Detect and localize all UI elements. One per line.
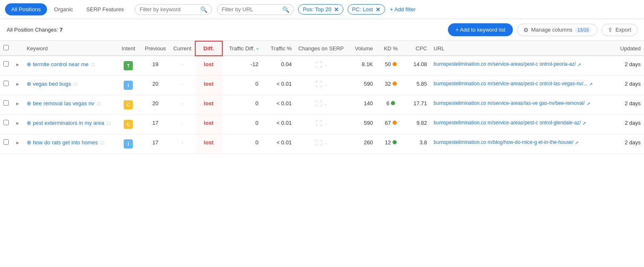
url-link[interactable]: burnspestelimination.co m/service-areas/… [434, 120, 581, 126]
top-bar: All Positions Organic SERP Features 🔍 🔍 … [0, 0, 644, 19]
current-dot: · [182, 81, 184, 87]
keyword-filter-input[interactable] [139, 6, 198, 12]
keyword-link[interactable]: how do rats get into homes [33, 139, 98, 146]
intent-badge: I [124, 139, 133, 148]
row-expand-cell: ► [12, 76, 23, 95]
filter-chip-pc-lost[interactable]: PC: Lost ✕ [348, 4, 385, 15]
diff-lost-label: lost [204, 61, 214, 67]
expand-chevron-icon[interactable]: ► [15, 121, 20, 126]
row-kd-cell: 6 [376, 95, 405, 115]
expand-chevron-icon[interactable]: ► [15, 82, 20, 87]
expand-chevron-icon[interactable]: ► [15, 62, 20, 67]
col-header-changes-serp: Changes on SERP [295, 41, 347, 56]
serp-image-icon: ⛶ [316, 139, 322, 146]
serp-image-icon: ⛶ [316, 61, 322, 68]
add-keyword-icon[interactable]: ⊕ [27, 139, 31, 146]
kd-dot-icon [393, 62, 397, 66]
keyword-link[interactable]: vegas bed bugs [33, 81, 71, 87]
filter-chip-pc-close[interactable]: ✕ [375, 7, 380, 12]
row-volume-cell: 8.1K [347, 56, 376, 76]
filter-chip-pos-label: Pos: Top 20 [303, 6, 331, 12]
row-checkbox-5[interactable] [3, 139, 9, 145]
add-keyword-icon[interactable]: ⊕ [27, 81, 31, 87]
add-to-keyword-list-button[interactable]: + Add to keyword list [448, 23, 513, 36]
export-button[interactable]: ⇪ Export [602, 24, 637, 36]
row-checkbox-1[interactable] [3, 61, 9, 67]
row-previous-cell: 17 [141, 115, 170, 134]
current-dot: · [182, 120, 184, 126]
url-filter-input[interactable] [221, 6, 280, 12]
tab-all-positions[interactable]: All Positions [5, 3, 47, 15]
row-intent-cell: I [116, 134, 141, 154]
external-link-icon[interactable]: ➚ [582, 121, 586, 126]
col-header-cpc: CPC [405, 41, 430, 56]
keyword-link[interactable]: bee removal las vegas nv [33, 100, 94, 106]
tab-organic[interactable]: Organic [48, 3, 80, 15]
url-link[interactable]: burnspestelimination.co m/blog/how-do-mi… [434, 139, 574, 145]
external-link-icon[interactable]: ➚ [575, 140, 579, 146]
row-intent-cell: T [116, 56, 141, 76]
manage-columns-badge: 13/16 [575, 27, 592, 33]
row-traffic-pct-cell: < 0.01 [262, 76, 295, 95]
keyword-link[interactable]: pest exterminators in my area [33, 120, 104, 126]
external-link-icon[interactable]: ➚ [587, 101, 590, 106]
copy-keyword-icon[interactable]: □ [101, 140, 104, 146]
tab-serp-features[interactable]: SERP Features [80, 3, 130, 15]
col-header-traffic-diff[interactable]: Traffic Diff. ▿ [222, 41, 262, 56]
manage-columns-button[interactable]: ⚙ Manage columns 13/16 [517, 24, 598, 36]
filter-chip-pos-close[interactable]: ✕ [334, 7, 339, 12]
add-keyword-icon[interactable]: ⊕ [27, 61, 31, 67]
diff-lost-label: lost [204, 120, 214, 126]
intent-badge: C [124, 100, 133, 109]
select-all-checkbox[interactable] [3, 45, 9, 50]
manage-columns-label: Manage columns [531, 27, 572, 33]
url-link[interactable]: burnspestelimination.co m/service-areas/… [434, 61, 576, 67]
add-keyword-icon[interactable]: ⊕ [27, 100, 31, 106]
row-intent-cell: C [116, 95, 141, 115]
expand-chevron-icon[interactable]: ► [15, 101, 20, 106]
keyword-link[interactable]: termite control near me [33, 61, 89, 67]
col-header-previous: Previous [141, 41, 170, 56]
gear-icon: ⚙ [523, 27, 529, 33]
row-checkbox-2[interactable] [3, 81, 9, 86]
url-search-icon: 🔍 [282, 6, 289, 13]
row-current-cell: · [170, 115, 195, 134]
expand-chevron-icon[interactable]: ► [15, 140, 20, 145]
kd-dot-icon [393, 82, 397, 86]
external-link-icon[interactable]: ➚ [577, 62, 581, 67]
table-header-row: Keyword Intent Previous Current Diff. Tr… [0, 41, 644, 56]
row-kd-cell: 67 [376, 115, 405, 134]
copy-keyword-icon[interactable]: □ [107, 120, 110, 126]
row-checkbox-4[interactable] [3, 120, 9, 125]
table-row: ► ⊕termite control near me □ T 19 · lost… [0, 56, 644, 76]
sub-header-actions: + Add to keyword list ⚙ Manage columns 1… [448, 23, 637, 36]
copy-keyword-icon[interactable]: □ [97, 101, 100, 106]
row-volume-cell: 260 [347, 134, 376, 154]
external-link-icon[interactable]: ➚ [589, 82, 593, 87]
add-filter-label: + Add filter [390, 6, 416, 12]
row-cpc-cell: 9.82 [405, 115, 430, 134]
col-header-traffic-pct: Traffic % [262, 41, 295, 56]
row-kd-cell: 12 [376, 134, 405, 154]
row-checkbox-cell [0, 76, 12, 95]
row-volume-cell: 140 [347, 95, 376, 115]
row-diff-cell: lost [195, 95, 222, 115]
row-checkbox-cell [0, 95, 12, 115]
copy-keyword-icon[interactable]: □ [92, 62, 94, 67]
row-intent-cell: I [116, 76, 141, 95]
serp-dot: · [325, 82, 327, 88]
row-current-cell: · [170, 56, 195, 76]
row-traffic-diff-cell: 0 [222, 76, 262, 95]
kd-dot-icon [393, 121, 397, 125]
add-keyword-icon[interactable]: ⊕ [27, 120, 31, 126]
copy-keyword-icon[interactable]: □ [74, 81, 77, 87]
tabs: All Positions Organic SERP Features [5, 3, 130, 15]
row-updated-cell: 2 days [615, 76, 644, 95]
filter-chip-pos-top20[interactable]: Pos: Top 20 ✕ [298, 4, 343, 15]
positions-table: Keyword Intent Previous Current Diff. Tr… [0, 41, 644, 154]
row-checkbox-3[interactable] [3, 100, 9, 106]
url-link[interactable]: burnspestelimination.co m/service-areas/… [434, 100, 585, 106]
table-row: ► ⊕how do rats get into homes □ I 17 · l… [0, 134, 644, 154]
url-link[interactable]: burnspestelimination.co m/service-areas/… [434, 81, 587, 87]
add-filter-button[interactable]: + Add filter [390, 6, 416, 12]
